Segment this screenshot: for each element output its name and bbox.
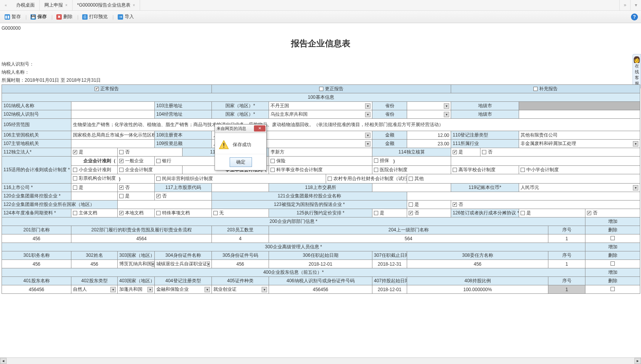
print-preview-button[interactable]: ⎙打印预览 <box>80 12 110 21</box>
tab-g000000[interactable]: *G000000报告企业信息表× <box>73 0 140 10</box>
delete-icon: ✖ <box>56 14 62 20</box>
tab-online-report[interactable]: 网上申报× <box>40 0 73 10</box>
delete-button[interactable]: ✖删除 <box>54 12 75 21</box>
tab-desktop[interactable]: 办税桌面 <box>12 0 40 10</box>
import-button[interactable]: ⇥导入 <box>115 12 136 21</box>
help-button[interactable]: ? <box>631 13 638 20</box>
pause-button[interactable]: ▮▮暂存 <box>2 12 23 21</box>
print-icon: ⎙ <box>82 14 88 20</box>
save-icon: 💾 <box>30 14 36 20</box>
tabs-scroll-right[interactable]: » <box>619 0 630 10</box>
pause-icon: ▮▮ <box>5 14 10 20</box>
save-button[interactable]: 💾保存 <box>28 12 49 21</box>
close-icon[interactable]: × <box>65 3 68 7</box>
tabs-row: « 办税桌面 网上申报× *G000000报告企业信息表× » ▾ <box>0 0 641 11</box>
tabs-scroll-left[interactable]: « <box>0 3 12 7</box>
tabs-menu-icon[interactable]: ▾ <box>630 0 641 10</box>
toolbar: ▮▮暂存 | 💾保存 | ✖删除 | ⎙打印预览 | ⇥导入 ? <box>0 11 641 23</box>
import-icon: ⇥ <box>118 14 123 20</box>
close-icon[interactable]: × <box>133 3 135 7</box>
